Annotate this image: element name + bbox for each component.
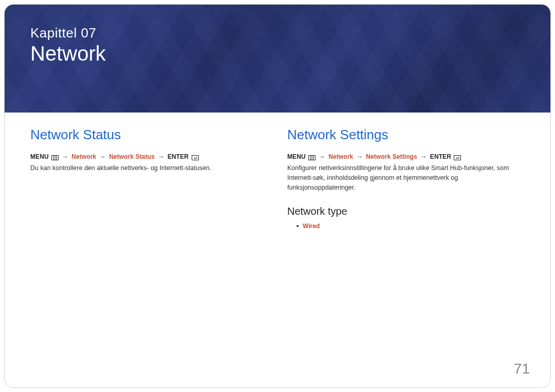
arrow-icon: → (318, 153, 327, 160)
path-network: Network (328, 153, 353, 160)
chapter-title: Network (30, 42, 525, 65)
svg-rect-9 (454, 155, 461, 160)
menu-label: MENU (287, 153, 306, 160)
menu-label: MENU (30, 153, 49, 160)
path-network-settings: Network Settings (366, 153, 417, 160)
arrow-icon: → (419, 153, 428, 160)
menu-icon (51, 155, 59, 160)
section-heading-settings: Network Settings (287, 127, 525, 143)
network-type-heading: Network type (287, 206, 525, 217)
arrow-icon: → (98, 153, 107, 160)
enter-icon (454, 155, 461, 160)
network-type-option: Wired (287, 222, 525, 230)
status-description: Du kan kontrollere den aktuelle nettverk… (30, 163, 267, 173)
chapter-label: Kapittel 07 (30, 25, 525, 41)
menu-icon (308, 155, 316, 160)
arrow-icon: → (61, 153, 70, 160)
enter-label: ENTER (168, 153, 189, 160)
network-settings-section: Network Settings MENU → Network → Networ… (287, 127, 525, 230)
menu-path-settings: MENU → Network → Network Settings → ENTE… (287, 153, 525, 160)
bullet-icon (297, 225, 299, 227)
page-frame: Kapittel 07 Network Network Status MENU … (4, 4, 551, 388)
arrow-icon: → (355, 153, 364, 160)
section-heading-status: Network Status (30, 127, 267, 143)
settings-description: Konfigurer nettverksinnstillingene for å… (287, 163, 525, 192)
svg-rect-4 (192, 155, 198, 160)
enter-icon (192, 155, 199, 160)
content-area: Network Status MENU → Network → Network … (5, 113, 550, 230)
chapter-banner: Kapittel 07 Network (5, 5, 550, 113)
path-network: Network (71, 153, 96, 160)
path-network-status: Network Status (109, 153, 155, 160)
enter-label: ENTER (430, 153, 451, 160)
arrow-icon: → (156, 153, 165, 160)
network-type-wired: Wired (303, 222, 320, 230)
network-status-section: Network Status MENU → Network → Network … (30, 127, 267, 230)
menu-path-status: MENU → Network → Network Status → ENTER (30, 153, 267, 160)
page-number: 71 (514, 361, 530, 377)
